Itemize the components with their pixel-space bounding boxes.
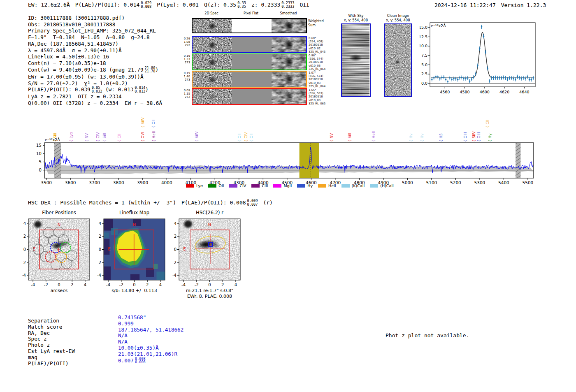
- spec2d-cell-2dspec: [193, 54, 232, 70]
- legend-label: CIII: [262, 183, 268, 188]
- spec-strip-spec: [193, 89, 232, 104]
- line-marker-label: { OIII: [463, 132, 467, 142]
- data-point: [465, 78, 467, 79]
- spec-strip-smooth: [272, 54, 306, 70]
- match-table-labels: SeparationMatch scoreRA, DecSpec zPhoto …: [28, 318, 75, 366]
- cutout-xlabel: m:21.1 re:1.7" s:0.8": [186, 288, 233, 293]
- text-run: z: 0.2333: [251, 2, 280, 8]
- lower-value: 0.012: [135, 90, 145, 93]
- data-point: [489, 80, 490, 82]
- data-point: [517, 76, 518, 78]
- line-marker-label: { CIV: [244, 132, 248, 142]
- spec-strip-spec: [193, 37, 232, 52]
- tick-label: 5100: [426, 180, 437, 185]
- data-point: [479, 48, 481, 49]
- tick-label: 3700: [89, 180, 100, 185]
- match-value-text: N/A: [118, 339, 128, 345]
- text-run: HSC-DEX : Possible Matches = 1 (within +…: [28, 199, 176, 206]
- data-point: [507, 79, 509, 80]
- neighbor-object: [34, 221, 42, 227]
- line-marker-label: { SiIV: [195, 131, 199, 142]
- target-galaxy-core: [200, 241, 211, 248]
- match-row-value: N/A: [118, 339, 183, 345]
- legend-swatch: [208, 184, 216, 188]
- stacked-uncertainty: 0.050.032: [92, 86, 102, 93]
- tick-label: 5300: [474, 180, 485, 185]
- tick-label: 10: [36, 151, 42, 156]
- text-run: LineFlux = 4.50(±0.13)e-16: [28, 53, 109, 60]
- cutout-title: HSC(26.2) r: [196, 210, 223, 216]
- text-run: Q(0.00) OII (3728) z = 0.2334 EW r = 38.…: [28, 100, 162, 106]
- spec-strip-flat: [232, 37, 272, 52]
- header-segment: OII: [300, 2, 309, 8]
- heatmap-patch: [111, 228, 118, 235]
- info-segment: Obs: 20180518v010_3001117888: [28, 21, 115, 28]
- lineflux-map-panel: Lineflux MapNE-4-2024-4-2024s/b: 13.80 +…: [95, 208, 173, 302]
- match-value-text: 0.999: [118, 320, 134, 327]
- text-run: Obs: 20180518v010_3001117888: [28, 21, 115, 28]
- data-point: [473, 77, 474, 78]
- fiber-positions-panel: Fiber PositionsNE-4-2024-4-2024arcsecs: [20, 208, 98, 302]
- spec-strip-smooth: [272, 37, 306, 52]
- stacked-uncertainty: 0.23330.2333: [281, 1, 294, 8]
- detection-info-block: ID: 3001117888 (3001117888.pdf)Obs: 2018…: [28, 15, 162, 107]
- text-run: P(LAE)/P(OII): 0.039: [28, 86, 91, 93]
- legend-label: Lyα: [196, 183, 203, 188]
- cutout-content: NE: [28, 219, 90, 280]
- legend-item: (K)CaII: [341, 183, 365, 188]
- compass-north: N: [208, 223, 211, 227]
- line-marker-label: { SiII: [53, 133, 57, 142]
- data-point: [520, 78, 522, 79]
- heatmap-patch: [104, 267, 111, 280]
- data-point: [439, 78, 441, 80]
- tick-label: 3800: [113, 180, 124, 185]
- info-line: LineFlux = 4.50(±0.13)e-16: [28, 53, 162, 60]
- hscdex-segment: (r): [263, 199, 272, 206]
- match-row-value: N/A: [118, 333, 183, 339]
- spec2d-row: [192, 88, 307, 105]
- text-run: (w: 0.013: [102, 86, 134, 93]
- lower-value: 0.2333: [281, 5, 294, 9]
- spec-strip-flat: [232, 19, 272, 32]
- tick-label: 15.0: [420, 25, 427, 30]
- legend-item: Hγ: [297, 183, 313, 188]
- data-point: [467, 77, 469, 79]
- clean-image-coords: x, y: 554, 408: [386, 18, 410, 23]
- tick-label: 4640: [519, 90, 529, 94]
- spec2d-row-left-label: 0.09 1.15 272: [181, 89, 190, 99]
- spec2d-cell-pixelflat: [232, 19, 272, 32]
- line-marker-label: { Hγ: [488, 133, 492, 142]
- spec-strip-smooth: [272, 19, 306, 32]
- spec2d-row-right-label: 1.07" (556, 574) 20180518 v010_03 325_RL…: [309, 71, 325, 88]
- line-marker-label: { Lyα: [69, 132, 73, 142]
- hsc-cutout-panel: HSC(26.2) rNE-4-2024-4-2024m:21.1 re:1.7…: [170, 208, 249, 302]
- tick-label: 2: [221, 283, 224, 287]
- cutout-content: NE: [104, 219, 165, 280]
- match-value-text: N/A: [118, 332, 128, 339]
- tick-label: 0: [23, 247, 26, 252]
- text-run: P(Lyα): 0.001: [157, 2, 199, 8]
- tick-label: -2: [172, 260, 177, 265]
- spec2d-row: [192, 71, 307, 88]
- data-point: [455, 78, 457, 80]
- legend-item: (H)CaII: [370, 183, 394, 188]
- line-marker-label: { OII: [237, 133, 242, 142]
- data-point: [495, 77, 497, 79]
- line-marker-label: { OVI: [141, 132, 145, 142]
- match-row-value: 187.185647, 51.418662: [118, 327, 183, 333]
- tick-label: 4600: [480, 90, 490, 94]
- info-segment: Cont(n) = 7.10(±0.35)e-18: [28, 60, 106, 66]
- spec2d-cell-pixelflat: [232, 37, 272, 52]
- tick-label: 5200: [450, 180, 461, 185]
- spec2d-cell-smoothed: [272, 19, 306, 32]
- source-blob: [208, 59, 216, 66]
- tick-label: 4: [99, 221, 101, 226]
- masked-band: [516, 143, 520, 178]
- unit-label: e⁻¹⁷x2Å: [431, 23, 446, 28]
- line-marker-label: { OII: [151, 119, 156, 128]
- data-point: [527, 76, 528, 78]
- data-point: [449, 77, 451, 79]
- line-marker-label: { NV: [85, 133, 89, 142]
- header-segment: P(Lyα): 0.001: [157, 2, 199, 8]
- text-run: Q(z): 0.35: [204, 2, 236, 8]
